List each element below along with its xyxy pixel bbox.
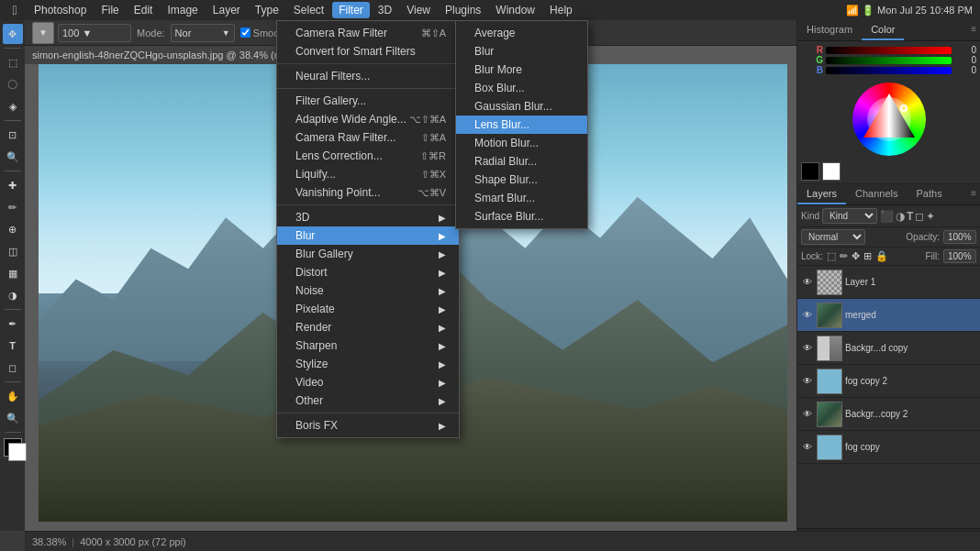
lock-position-icon[interactable]: ✥: [852, 250, 860, 262]
layer-visibility-eye[interactable]: 👁: [801, 342, 814, 355]
r-slider[interactable]: [826, 47, 952, 54]
fill-input[interactable]: 100%: [943, 249, 976, 263]
menu-window[interactable]: Window: [489, 2, 541, 18]
filter-3d[interactable]: 3D ▶: [277, 208, 459, 226]
filter-camera-raw[interactable]: Camera Raw Filter ⌘⇧A: [277, 24, 459, 42]
menu-plugins[interactable]: Plugins: [439, 2, 487, 18]
tool-quick-select[interactable]: ◈: [3, 96, 23, 116]
brush-preset[interactable]: 100 ▼: [58, 24, 131, 42]
tool-healing[interactable]: ✚: [3, 175, 23, 195]
filter-sharpen[interactable]: Sharpen ▶: [277, 336, 459, 355]
filter-stylize[interactable]: Stylize ▶: [277, 355, 459, 373]
blur-shape[interactable]: Shape Blur...: [456, 171, 587, 189]
filter-render[interactable]: Render ▶: [277, 318, 459, 336]
apple-logo[interactable]: : [7, 3, 22, 17]
tool-preset[interactable]: ▼: [32, 22, 54, 44]
tab-layers[interactable]: Layers: [797, 184, 846, 204]
filter-adjustment-icon[interactable]: ◑: [896, 210, 905, 223]
filter-shape-icon[interactable]: ◻: [915, 210, 924, 223]
filter-video[interactable]: Video ▶: [277, 373, 459, 391]
tool-dodge[interactable]: ◑: [3, 285, 23, 305]
kind-select[interactable]: Kind: [822, 208, 877, 224]
blur-motion[interactable]: Motion Blur...: [456, 134, 587, 152]
tool-eyedropper[interactable]: 🔍: [3, 147, 23, 167]
filter-liquify[interactable]: Liquify... ⇧⌘X: [277, 165, 459, 183]
layer-item[interactable]: 👁 Layer 1: [797, 266, 980, 299]
layer-item[interactable]: 👁 fog copy: [797, 431, 980, 464]
blur-surface[interactable]: Surface Blur...: [456, 207, 587, 226]
tool-brush[interactable]: ✏: [3, 197, 23, 217]
filter-noise[interactable]: Noise ▶: [277, 281, 459, 300]
menu-image[interactable]: Image: [161, 2, 204, 18]
menu-photoshop[interactable]: Photoshop: [28, 2, 93, 18]
filter-lens-correction[interactable]: Lens Correction... ⇧⌘R: [277, 147, 459, 165]
layer-item[interactable]: 👁 Backgr...copy 2: [797, 398, 980, 431]
layer-visibility-eye[interactable]: 👁: [801, 408, 814, 421]
tool-zoom[interactable]: 🔍: [3, 408, 23, 428]
lock-transparent-icon[interactable]: ⬚: [827, 250, 836, 262]
filter-camera-raw2[interactable]: Camera Raw Filter... ⇧⌘A: [277, 128, 459, 147]
filter-neural[interactable]: Neural Filters...: [277, 67, 459, 85]
blur-box[interactable]: Box Blur...: [456, 79, 587, 97]
tool-crop[interactable]: ⊡: [3, 125, 23, 145]
color-dot[interactable]: [900, 105, 908, 112]
tool-pen[interactable]: ✒: [3, 314, 23, 334]
blur-more[interactable]: Blur More: [456, 61, 587, 79]
layer-visibility-eye[interactable]: 👁: [801, 441, 814, 454]
layer-visibility-eye[interactable]: 👁: [801, 375, 814, 388]
menu-type[interactable]: Type: [249, 2, 285, 18]
layer-visibility-eye[interactable]: 👁: [801, 309, 814, 322]
lock-image-icon[interactable]: ✏: [840, 250, 848, 262]
filter-convert-smart[interactable]: Convert for Smart Filters: [277, 42, 459, 61]
layer-visibility-eye[interactable]: 👁: [801, 276, 814, 289]
opacity-input[interactable]: 100%: [943, 230, 976, 244]
mode-select[interactable]: Nor ▼: [171, 24, 235, 42]
tool-move[interactable]: ✥: [3, 24, 23, 44]
filter-boris-fx[interactable]: Boris FX ▶: [277, 416, 459, 435]
background-color[interactable]: [8, 443, 27, 461]
panel-options-btn[interactable]: ≡: [967, 20, 980, 40]
tab-histogram[interactable]: Histogram: [797, 20, 862, 40]
layer-item[interactable]: 👁 merged: [797, 299, 980, 332]
layer-item[interactable]: 👁 Backgr...d copy: [797, 332, 980, 365]
color-wheel[interactable]: [852, 83, 926, 156]
filter-pixel-icon[interactable]: ⬛: [880, 210, 894, 223]
menu-layer[interactable]: Layer: [206, 2, 247, 18]
lock-artboard-icon[interactable]: ⊞: [863, 250, 872, 262]
blur-smart[interactable]: Smart Blur...: [456, 189, 587, 207]
blur-blur[interactable]: Blur: [456, 42, 587, 61]
blend-mode-select[interactable]: Normal: [801, 229, 865, 245]
tool-eraser[interactable]: ◫: [3, 241, 23, 261]
menu-help[interactable]: Help: [543, 2, 579, 18]
layers-options-btn[interactable]: ≡: [967, 184, 980, 204]
filter-gallery[interactable]: Filter Gallery...: [277, 92, 459, 110]
blur-radial[interactable]: Radial Blur...: [456, 152, 587, 171]
tool-marquee[interactable]: ⬚: [3, 52, 23, 72]
blur-lens[interactable]: Lens Blur...: [456, 116, 587, 134]
menu-file[interactable]: File: [95, 2, 125, 18]
filter-pixelate[interactable]: Pixelate ▶: [277, 300, 459, 318]
menu-edit[interactable]: Edit: [128, 2, 160, 18]
tool-clone[interactable]: ⊕: [3, 219, 23, 239]
tab-channels[interactable]: Channels: [846, 184, 907, 204]
foreground-color[interactable]: [4, 438, 22, 457]
menu-filter[interactable]: Filter: [332, 2, 370, 18]
g-slider[interactable]: [826, 57, 952, 64]
filter-blur-gallery[interactable]: Blur Gallery ▶: [277, 245, 459, 263]
layer-item[interactable]: 👁 fog copy 2: [797, 365, 980, 398]
filter-blur[interactable]: Blur ▶: [277, 226, 459, 245]
tool-shape[interactable]: ◻: [3, 358, 23, 378]
filter-smart-icon[interactable]: ✦: [926, 210, 935, 223]
menu-view[interactable]: View: [400, 2, 437, 18]
foreground-swatch[interactable]: [801, 162, 819, 181]
blur-gaussian[interactable]: Gaussian Blur...: [456, 97, 587, 116]
menu-select[interactable]: Select: [287, 2, 330, 18]
tab-paths[interactable]: Paths: [908, 184, 952, 204]
filter-vanishing-point[interactable]: Vanishing Point... ⌥⌘V: [277, 183, 459, 202]
tool-hand[interactable]: ✋: [3, 386, 23, 406]
lock-all-icon[interactable]: 🔒: [875, 250, 888, 262]
filter-type-icon[interactable]: T: [907, 210, 913, 223]
filter-distort[interactable]: Distort ▶: [277, 263, 459, 281]
menu-3d[interactable]: 3D: [372, 2, 398, 18]
background-swatch[interactable]: [822, 162, 841, 181]
